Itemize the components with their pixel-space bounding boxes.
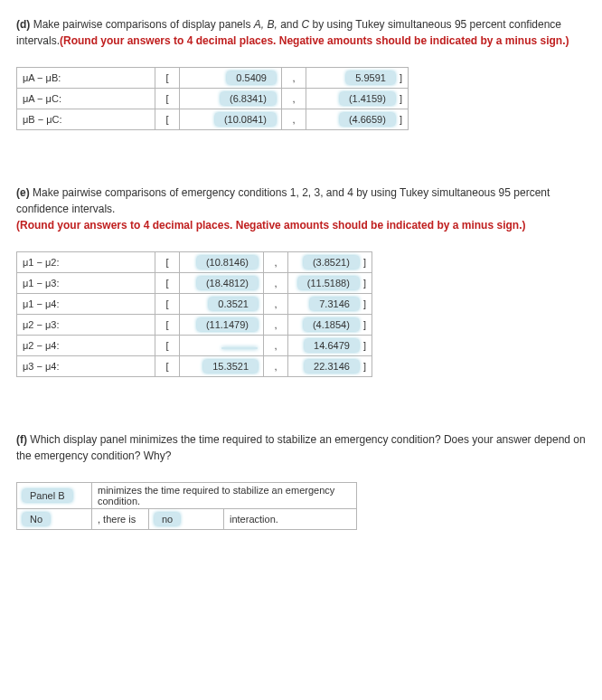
open-bracket: [	[155, 252, 180, 273]
table-row: μA − μC: [ (6.8341) , (1.4159) ]	[17, 89, 409, 109]
open-bracket: [	[155, 273, 180, 294]
table-row: μ2 − μ3: [ (11.1479) , (4.1854) ]	[17, 315, 372, 336]
hi-value-cell[interactable]: (4.6659) ]	[306, 109, 409, 130]
part-label-f: (f)	[16, 433, 27, 446]
open-bracket: [	[155, 294, 180, 315]
question-d-prompt: (d) Make pairwise comparisons of display…	[16, 16, 586, 49]
table-d: μA − μB: [ 0.5409 , 5.9591 ] μA − μC: [ …	[16, 67, 409, 130]
sentence-text: , there is	[92, 509, 149, 530]
row-label: μ1 − μ4:	[17, 294, 155, 315]
depends-select-cell[interactable]: No	[17, 509, 92, 530]
table-row: μ3 − μ4: [ 15.3521 , 22.3146 ]	[17, 356, 372, 377]
table-row: μ1 − μ3: [ (18.4812) , (11.5188) ]	[17, 273, 372, 294]
comma: ,	[282, 89, 306, 109]
lo-value-cell[interactable]: (10.0841)	[180, 109, 282, 130]
hi-value-cell[interactable]: (4.1854) ]	[288, 315, 372, 336]
hi-value-cell[interactable]: (1.4159) ]	[306, 89, 409, 109]
row-label: μ1 − μ3:	[17, 273, 155, 294]
open-bracket: [	[155, 336, 180, 356]
open-bracket: [	[155, 89, 180, 109]
question-f: (f) Which display panel minimizes the ti…	[16, 431, 586, 530]
hi-value-cell[interactable]: 5.9591 ]	[306, 68, 409, 89]
lo-value-cell[interactable]: 0.5409	[180, 68, 282, 89]
row-label: μ1 − μ2:	[17, 252, 155, 273]
comma: ,	[264, 273, 288, 294]
comma: ,	[264, 356, 288, 377]
comma: ,	[282, 68, 306, 89]
open-bracket: [	[155, 68, 180, 89]
lo-value-cell[interactable]: (10.8146)	[180, 252, 264, 273]
sentence-text: minimizes the time required to stabilize…	[92, 483, 357, 509]
interaction-select-cell[interactable]: no	[149, 509, 224, 530]
part-label-e: (e)	[16, 186, 30, 199]
row-label: μ3 − μ4:	[17, 356, 155, 377]
lo-value-cell[interactable]: 0.3521	[180, 294, 264, 315]
row-label: μA − μB:	[17, 68, 155, 89]
row-label: μB − μC:	[17, 109, 155, 130]
lo-value-cell[interactable]	[180, 336, 264, 356]
comma: ,	[264, 294, 288, 315]
hi-value-cell[interactable]: (3.8521) ]	[288, 252, 372, 273]
open-bracket: [	[155, 315, 180, 336]
open-bracket: [	[155, 109, 180, 130]
question-e: (e) Make pairwise comparisons of emergen…	[16, 184, 586, 377]
lo-value-cell[interactable]: (6.8341)	[180, 89, 282, 109]
lo-value-cell[interactable]: 15.3521	[180, 356, 264, 377]
table-e: μ1 − μ2: [ (10.8146) , (3.8521) ] μ1 − μ…	[16, 251, 372, 377]
table-row: μ1 − μ4: [ 0.3521 , 7.3146 ]	[17, 294, 372, 315]
comma: ,	[264, 336, 288, 356]
hi-value-cell[interactable]: (11.5188) ]	[288, 273, 372, 294]
hi-value-cell[interactable]: 7.3146 ]	[288, 294, 372, 315]
comma: ,	[282, 109, 306, 130]
panel-select-cell[interactable]: Panel B	[17, 483, 92, 509]
table-row: μ1 − μ2: [ (10.8146) , (3.8521) ]	[17, 252, 372, 273]
sentence-text: interaction.	[224, 509, 357, 530]
hi-value-cell[interactable]: 22.3146 ]	[288, 356, 372, 377]
table-row: μ2 − μ4: [ , 14.6479 ]	[17, 336, 372, 356]
hi-value-cell[interactable]: 14.6479 ]	[288, 336, 372, 356]
row-label: μA − μC:	[17, 89, 155, 109]
row-label: μ2 − μ4:	[17, 336, 155, 356]
question-e-prompt: (e) Make pairwise comparisons of emergen…	[16, 184, 586, 233]
table-row: Panel B minimizes the time required to s…	[17, 483, 357, 509]
row-label: μ2 − μ3:	[17, 315, 155, 336]
question-d: (d) Make pairwise comparisons of display…	[16, 16, 586, 130]
table-f: Panel B minimizes the time required to s…	[16, 482, 357, 530]
part-label-d: (d)	[16, 18, 30, 31]
lo-value-cell[interactable]: (11.1479)	[180, 315, 264, 336]
table-row: μB − μC: [ (10.0841) , (4.6659) ]	[17, 109, 409, 130]
open-bracket: [	[155, 356, 180, 377]
comma: ,	[264, 252, 288, 273]
question-f-prompt: (f) Which display panel minimizes the ti…	[16, 431, 586, 464]
comma: ,	[264, 315, 288, 336]
lo-value-cell[interactable]: (18.4812)	[180, 273, 264, 294]
table-row: No , there is no interaction.	[17, 509, 357, 530]
table-row: μA − μB: [ 0.5409 , 5.9591 ]	[17, 68, 409, 89]
